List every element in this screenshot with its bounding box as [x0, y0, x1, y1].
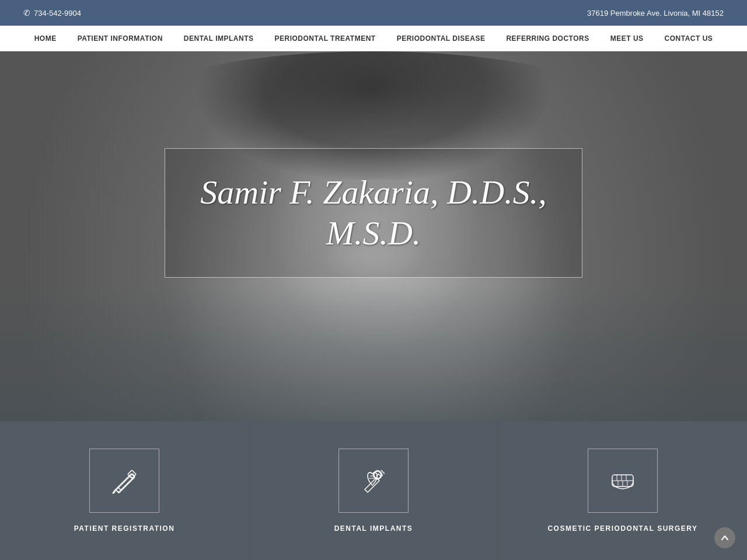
top-bar: ✆ 734-542-9904 37619 Pembroke Ave. Livon… — [0, 0, 747, 26]
hero-text-box: Samir F. Zakaria, D.D.S., M.S.D. — [165, 148, 582, 277]
dental-implants-label: DENTAL IMPLANTS — [334, 524, 413, 533]
nav-item-home[interactable]: HOME — [24, 26, 67, 51]
card-dental-implants[interactable]: DENTAL IMPLANTS — [249, 421, 498, 560]
hero-section: Samir F. Zakaria, D.D.S., M.S.D. — [0, 51, 747, 421]
hero-title: Samir F. Zakaria, D.D.S., M.S.D. — [200, 172, 546, 253]
dental-implants-icon-box — [338, 449, 409, 513]
address-container: 37619 Pembroke Ave. Livonia, MI 48152 — [587, 9, 724, 18]
nav-item-meet-us[interactable]: MEET US — [600, 26, 654, 51]
implant-icon — [356, 463, 391, 498]
phone-number: 734-542-9904 — [34, 9, 81, 18]
patient-registration-icon-box — [89, 449, 159, 513]
svg-line-16 — [378, 474, 381, 476]
nav-item-periodontal-disease[interactable]: PERIODONTAL DISEASE — [386, 26, 496, 51]
pencil-icon — [107, 463, 142, 498]
cosmetic-periodontal-icon-box — [588, 449, 658, 513]
chevron-up-icon — [720, 533, 730, 543]
cards-wrapper: PATIENT REGISTRATION — [0, 421, 747, 560]
main-nav: HOME PATIENT INFORMATION DENTAL IMPLANTS… — [0, 26, 747, 51]
address-text: 37619 Pembroke Ave. Livonia, MI 48152 — [587, 9, 724, 18]
phone-container: ✆ 734-542-9904 — [23, 8, 81, 18]
cards-section: PATIENT REGISTRATION — [0, 421, 747, 560]
nav-item-patient-information[interactable]: PATIENT INFORMATION — [67, 26, 173, 51]
cosmetic-periodontal-label: COSMETIC PERIODONTAL SURGERY — [547, 524, 697, 533]
patient-registration-label: PATIENT REGISTRATION — [74, 524, 175, 533]
nav-item-periodontal-treatment[interactable]: PERIODONTAL TREATMENT — [264, 26, 386, 51]
nav-item-dental-implants[interactable]: DENTAL IMPLANTS — [173, 26, 264, 51]
nav-item-contact-us[interactable]: CONTACT US — [654, 26, 724, 51]
phone-icon: ✆ — [23, 8, 30, 18]
scroll-to-top-button[interactable] — [714, 527, 735, 548]
teeth-icon — [605, 463, 640, 498]
nav-item-referring-doctors[interactable]: REFERRING DOCTORS — [495, 26, 599, 51]
card-patient-registration[interactable]: PATIENT REGISTRATION — [0, 421, 249, 560]
hero-bottom-fade — [0, 285, 747, 421]
card-cosmetic-periodontal[interactable]: COSMETIC PERIODONTAL SURGERY — [498, 421, 747, 560]
